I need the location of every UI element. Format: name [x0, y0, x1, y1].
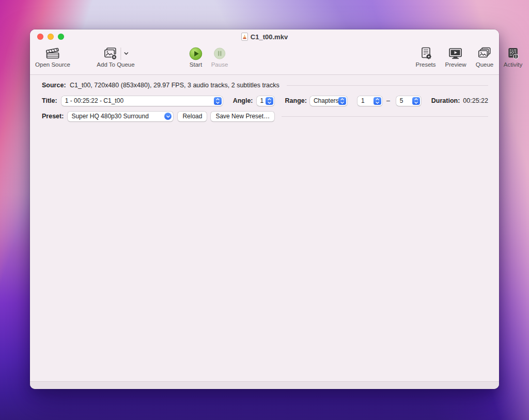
window-title-text: C1_t00.mkv	[251, 33, 288, 41]
angle-select-value: 1	[260, 97, 264, 104]
activity-icon	[506, 45, 520, 61]
toolbar-activity-label: Activity	[504, 61, 522, 68]
toolbar-pause-label: Pause	[211, 61, 228, 68]
save-new-preset-button[interactable]: Save New Preset…	[211, 112, 274, 121]
range-type-select[interactable]: Chapters	[310, 96, 347, 106]
range-dash: –	[386, 97, 390, 104]
title-select[interactable]: 1 - 00:25:22 - C1_t00	[61, 96, 223, 106]
duration-label: Duration:	[431, 97, 460, 104]
range-type-value: Chapters	[314, 97, 339, 104]
source-label: Source:	[42, 82, 66, 89]
toolbar-presets[interactable]: Presets	[416, 45, 436, 68]
toolbar-divider	[120, 48, 121, 60]
minimize-button[interactable]	[48, 34, 54, 40]
toolbar: Open Source A	[30, 44, 499, 75]
chapter-from-value: 1	[361, 97, 365, 104]
preset-label: Preset:	[42, 113, 64, 120]
handbrake-window: C1_t00.mkv Open Source	[30, 29, 499, 389]
document-file-icon	[241, 33, 248, 41]
toolbar-open-source-label: Open Source	[35, 61, 70, 68]
toolbar-start[interactable]: Start	[189, 45, 203, 68]
separator-line	[287, 85, 488, 86]
toolbar-preview-label: Preview	[445, 61, 466, 68]
source-value: C1_t00, 720x480 (853x480), 29.97 FPS, 3 …	[70, 82, 279, 89]
toolbar-pause: Pause	[211, 45, 228, 68]
source-summary-row: Source: C1_t00, 720x480 (853x480), 29.97…	[30, 80, 499, 91]
add-to-queue-icon	[102, 45, 118, 61]
preset-select[interactable]: Super HQ 480p30 Surround	[68, 112, 173, 121]
chevron-up-down-icon	[338, 97, 346, 105]
queue-icon	[477, 45, 492, 61]
traffic-lights	[37, 34, 64, 40]
duration-value: 00:25:22	[463, 97, 488, 104]
titlebar[interactable]: C1_t00.mkv	[30, 29, 499, 44]
chevron-down-icon[interactable]	[123, 52, 129, 55]
title-row: Title: 1 - 00:25:22 - C1_t00 Angle: 1 Ra…	[30, 95, 499, 106]
chapter-from-select[interactable]: 1	[357, 96, 382, 106]
reload-button[interactable]: Reload	[178, 112, 207, 121]
chevron-up-down-icon	[266, 97, 273, 105]
reload-button-label: Reload	[182, 113, 202, 120]
angle-select[interactable]: 1	[257, 96, 274, 106]
zoom-button[interactable]	[58, 34, 64, 40]
toolbar-queue[interactable]: Queue	[476, 45, 494, 68]
preset-select-value: Super HQ 480p30 Surround	[71, 113, 148, 120]
close-button[interactable]	[37, 34, 43, 40]
chapter-to-value: 5	[400, 97, 403, 104]
toolbar-open-source[interactable]: Open Source	[35, 45, 70, 68]
toolbar-add-to-queue[interactable]: Add To Queue	[97, 45, 134, 68]
pause-icon	[213, 45, 226, 61]
preview-icon	[448, 45, 463, 61]
title-label: Title:	[42, 97, 57, 104]
chevron-up-down-icon	[214, 97, 222, 105]
toolbar-preview[interactable]: Preview	[445, 45, 466, 68]
window-title: C1_t00.mkv	[241, 33, 288, 41]
preset-row: Preset: Super HQ 480p30 Surround Reload …	[30, 111, 499, 122]
toolbar-presets-label: Presets	[416, 61, 436, 68]
toolbar-activity[interactable]: Activity	[504, 45, 522, 68]
chapter-to-select[interactable]: 5	[396, 96, 421, 106]
presets-icon	[418, 45, 433, 61]
toolbar-queue-label: Queue	[476, 61, 494, 68]
separator-line	[282, 116, 488, 117]
toolbar-add-to-queue-label: Add To Queue	[97, 61, 134, 68]
title-select-value: 1 - 00:25:22 - C1_t00	[65, 97, 123, 104]
toolbar-start-label: Start	[190, 61, 202, 68]
main-content: Source: C1_t00, 720x480 (853x480), 29.97…	[30, 75, 499, 122]
start-icon	[189, 45, 203, 61]
clapperboard-icon	[44, 45, 61, 61]
angle-label: Angle:	[233, 97, 253, 104]
save-new-preset-label: Save New Preset…	[215, 113, 270, 120]
status-bar	[30, 381, 499, 389]
chevron-up-down-icon	[374, 97, 381, 105]
chevron-up-down-icon	[412, 97, 420, 105]
chevron-down-icon	[164, 113, 172, 120]
range-label: Range:	[285, 97, 307, 104]
